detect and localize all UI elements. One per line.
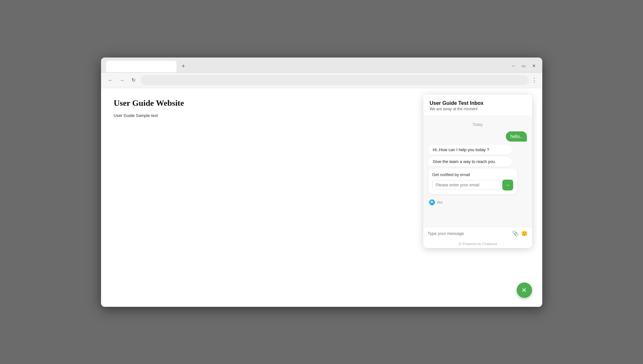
chat-message-input[interactable]: [428, 231, 510, 236]
navigation-bar: ← → ↻ ⋮: [101, 73, 542, 88]
chat-status: We are away at the moment: [430, 107, 526, 111]
chat-input-icons: 📎 🙂: [512, 230, 528, 236]
email-input[interactable]: [432, 180, 500, 190]
attachment-icon[interactable]: 📎: [512, 230, 519, 236]
address-bar[interactable]: [141, 75, 529, 85]
close-button[interactable]: ✕: [531, 63, 537, 69]
bot-message-bubble-1: Hi..How can I help you today ?: [428, 145, 512, 155]
email-submit-button[interactable]: →: [502, 180, 513, 190]
emoji-icon[interactable]: 🙂: [521, 230, 528, 236]
bot-avatar: [428, 199, 435, 206]
chat-inbox-title: User Guide Test Inbox: [430, 100, 526, 106]
chat-widget: User Guide Test Inbox We are away at the…: [423, 95, 532, 248]
bot-avatar-row: Bot: [428, 199, 527, 206]
maximize-button[interactable]: ▭: [521, 63, 527, 69]
chat-footer: ⊙ Powered by Chatwoot: [423, 240, 532, 248]
bot-avatar-icon: [429, 199, 435, 205]
email-capture-label: Get notified by email: [432, 172, 513, 177]
window-controls: − ▭ ✕: [510, 63, 537, 70]
arrow-right-icon: →: [505, 182, 510, 188]
chat-close-fab[interactable]: ✕: [517, 283, 532, 298]
back-button[interactable]: ←: [106, 76, 115, 85]
user-message: hello..: [428, 131, 527, 142]
close-x-icon: ✕: [521, 286, 527, 294]
browser-window: + − ▭ ✕ ← → ↻ ⋮ User Guide: [101, 58, 542, 307]
email-input-row: →: [432, 180, 513, 190]
bot-name-label: Bot: [437, 200, 443, 204]
bot-message-group: Hi..How can I help you today ? Give the …: [428, 145, 527, 194]
powered-by-label: Powered by Chatwoot: [463, 242, 497, 246]
chat-messages-area: Today hello.. Hi..How can I help you tod…: [423, 116, 532, 227]
chat-input-area: 📎 🙂: [423, 227, 532, 240]
browser-tab[interactable]: [106, 61, 176, 72]
email-capture-card: Get notified by email →: [428, 168, 517, 194]
page-content: User Guide Website User Guide Sample tex…: [101, 88, 542, 307]
user-message-bubble: hello..: [506, 131, 527, 142]
chatwoot-icon: ⊙: [458, 242, 461, 246]
chat-date-divider: Today: [428, 122, 527, 127]
forward-button[interactable]: →: [118, 76, 127, 85]
bot-message-bubble-2: Give the team a way to reach you.: [428, 157, 512, 167]
browser-menu-button[interactable]: ⋮: [531, 77, 537, 84]
title-bar: + − ▭ ✕: [101, 58, 542, 73]
refresh-button[interactable]: ↻: [129, 76, 138, 85]
minimize-button[interactable]: −: [510, 63, 517, 69]
chat-header: User Guide Test Inbox We are away at the…: [423, 95, 532, 116]
new-tab-button[interactable]: +: [179, 62, 188, 71]
